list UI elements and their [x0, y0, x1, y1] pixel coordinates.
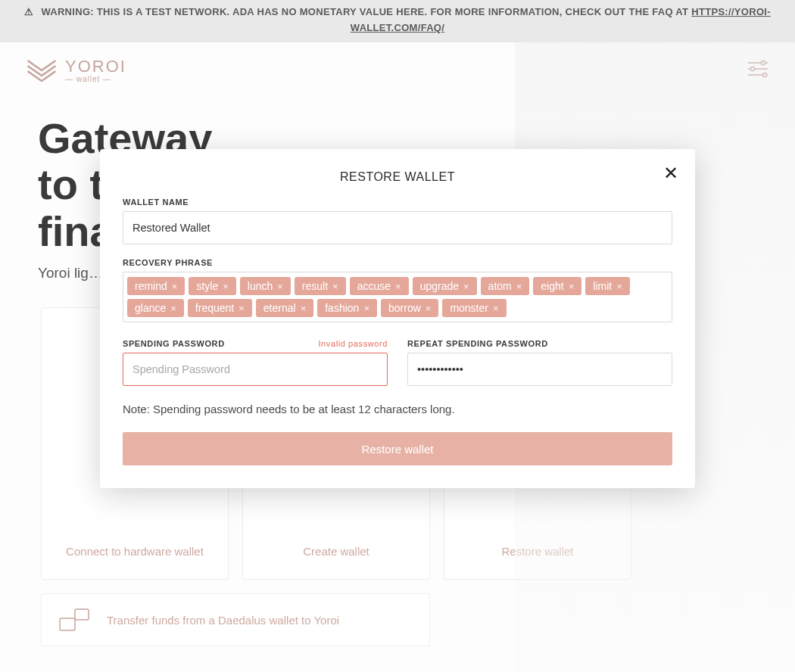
- recovery-word-chip[interactable]: atom×: [481, 277, 530, 295]
- close-icon: ✕: [663, 163, 678, 183]
- close-button[interactable]: ✕: [663, 164, 678, 182]
- recovery-word-chip[interactable]: eight×: [533, 277, 581, 295]
- recovery-word-chip[interactable]: borrow×: [381, 299, 438, 317]
- recovery-word-text: glance: [135, 302, 166, 314]
- remove-word-icon[interactable]: ×: [238, 303, 245, 314]
- recovery-word-chip[interactable]: accuse×: [350, 277, 409, 295]
- recovery-word-text: monster: [450, 302, 488, 314]
- password-note: Note: Spending password needs to be at l…: [123, 403, 672, 415]
- spending-password-input[interactable]: [123, 353, 388, 386]
- remove-word-icon[interactable]: ×: [569, 281, 575, 292]
- recovery-word-text: result: [302, 280, 328, 292]
- repeat-password-label: REPEAT SPENDING PASSWORD: [407, 339, 672, 348]
- modal-title: RESTORE WALLET: [123, 170, 672, 184]
- remove-word-icon[interactable]: ×: [170, 303, 176, 314]
- recovery-word-text: borrow: [388, 302, 421, 314]
- recovery-word-text: frequent: [195, 302, 234, 314]
- remove-word-icon[interactable]: ×: [493, 303, 499, 314]
- recovery-word-chip[interactable]: fashion×: [317, 299, 377, 317]
- recovery-word-chip[interactable]: frequent×: [188, 299, 252, 317]
- recovery-word-chip[interactable]: lunch×: [240, 277, 291, 295]
- spending-password-label-text: SPENDING PASSWORD: [123, 339, 225, 348]
- recovery-word-text: fashion: [325, 302, 359, 314]
- recovery-word-text: eternal: [263, 302, 296, 314]
- recovery-phrase-label: RECOVERY PHRASE: [123, 258, 672, 267]
- recovery-word-chip[interactable]: upgrade×: [413, 277, 477, 295]
- recovery-word-chip[interactable]: monster×: [442, 299, 506, 317]
- recovery-word-chip[interactable]: style×: [189, 277, 235, 295]
- remove-word-icon[interactable]: ×: [426, 303, 432, 314]
- recovery-word-text: lunch: [248, 280, 273, 292]
- recovery-word-chip[interactable]: limit×: [585, 277, 629, 295]
- modal-overlay: RESTORE WALLET ✕ WALLET NAME RECOVERY PH…: [0, 0, 795, 672]
- recovery-word-chip[interactable]: result×: [295, 277, 346, 295]
- remove-word-icon[interactable]: ×: [301, 303, 307, 314]
- remove-word-icon[interactable]: ×: [172, 281, 178, 292]
- spending-password-label: SPENDING PASSWORD Invalid password: [123, 339, 388, 348]
- recovery-phrase-input[interactable]: remind×style×lunch×result×accuse×upgrade…: [123, 272, 672, 322]
- recovery-word-text: eight: [541, 280, 563, 292]
- wallet-name-input[interactable]: [123, 211, 672, 244]
- remove-word-icon[interactable]: ×: [616, 281, 622, 292]
- remove-word-icon[interactable]: ×: [332, 281, 338, 292]
- spending-password-error: Invalid password: [318, 339, 388, 348]
- remove-word-icon[interactable]: ×: [223, 281, 229, 292]
- recovery-word-text: style: [196, 280, 218, 292]
- restore-wallet-button[interactable]: Restore wallet: [123, 432, 672, 465]
- recovery-word-chip[interactable]: glance×: [127, 299, 184, 317]
- repeat-password-input[interactable]: [407, 353, 672, 386]
- remove-word-icon[interactable]: ×: [395, 281, 401, 292]
- remove-word-icon[interactable]: ×: [516, 281, 522, 292]
- restore-wallet-modal: RESTORE WALLET ✕ WALLET NAME RECOVERY PH…: [100, 149, 695, 488]
- recovery-word-text: limit: [593, 280, 612, 292]
- recovery-word-text: atom: [488, 280, 512, 292]
- wallet-name-label: WALLET NAME: [123, 198, 672, 207]
- recovery-word-chip[interactable]: remind×: [127, 277, 185, 295]
- remove-word-icon[interactable]: ×: [463, 281, 469, 292]
- remove-word-icon[interactable]: ×: [277, 281, 283, 292]
- remove-word-icon[interactable]: ×: [363, 303, 369, 314]
- recovery-word-text: accuse: [357, 280, 391, 292]
- recovery-word-chip[interactable]: eternal×: [256, 299, 313, 317]
- recovery-word-text: upgrade: [420, 280, 459, 292]
- recovery-word-text: remind: [135, 280, 167, 292]
